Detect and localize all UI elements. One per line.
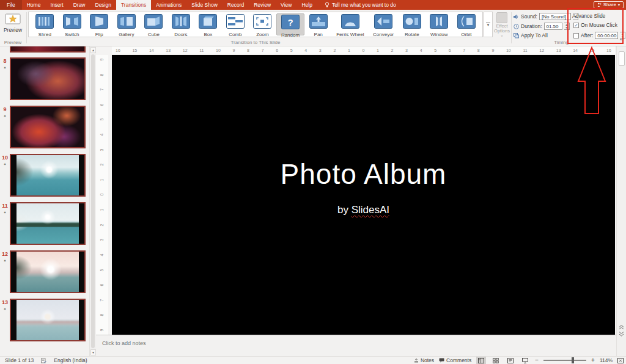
gallery-more-button[interactable]: ▼ — [484, 12, 493, 37]
horizontal-ruler: 1615141312111098765432101234567891011121… — [112, 46, 615, 54]
vertical-scrollbar[interactable] — [616, 46, 626, 356]
menu-tab-view[interactable]: View — [276, 0, 296, 10]
slide-title[interactable]: Photo Album — [112, 158, 615, 191]
normal-view-button[interactable] — [476, 357, 486, 364]
menu-tab-review[interactable]: Review — [249, 0, 276, 10]
transition-doors[interactable]: Doors — [168, 13, 195, 35]
ruler-tick: 13 — [556, 46, 561, 54]
after-option[interactable]: After: 00:00:00 ▴▾ — [573, 32, 625, 39]
slide-thumbnail-13[interactable] — [10, 299, 86, 341]
transition-comb[interactable]: Comb — [222, 13, 249, 35]
menu-tab-draw[interactable]: Draw — [68, 0, 90, 10]
zoom-slider[interactable] — [543, 360, 586, 361]
slide-number: 12 — [0, 251, 10, 257]
sound-select[interactable]: [No Sound] — [539, 13, 571, 20]
slide-subtitle[interactable]: by SlidesAI — [112, 204, 615, 216]
slide-thumbnail-8[interactable] — [10, 57, 86, 100]
reading-view-button[interactable] — [506, 357, 515, 364]
next-slide-icon[interactable] — [619, 332, 624, 337]
effect-options-button[interactable]: Effect Options ˅ — [494, 12, 510, 42]
on-mouse-click-checkbox[interactable]: ✓ — [573, 23, 579, 28]
apply-to-all-button[interactable]: Apply To All — [514, 32, 548, 38]
scroll-up-icon[interactable]: ▲ — [90, 47, 96, 53]
transition-label: Gallery — [119, 32, 134, 37]
duration-input[interactable]: 01.50 — [544, 23, 562, 30]
apply-to-all-icon — [514, 33, 519, 38]
transition-box[interactable]: Box — [194, 13, 222, 35]
transition-star-icon: ✶ — [0, 258, 10, 263]
transition-flip[interactable]: Flip — [86, 13, 113, 35]
slide-thumbnail-11[interactable] — [10, 202, 86, 245]
transition-star-icon: ✶ — [0, 210, 10, 214]
ruler-tick: 4 — [420, 46, 422, 54]
transition-star-icon: ✶ — [0, 65, 10, 70]
transition-switch[interactable]: Switch — [59, 13, 86, 35]
transition-window[interactable]: Window — [425, 13, 453, 35]
zoom-slider-thumb[interactable] — [572, 357, 574, 363]
transition-pan[interactable]: Pan — [304, 13, 332, 35]
menu-tab-home[interactable]: Home — [22, 0, 46, 10]
fit-to-window-icon[interactable] — [617, 358, 624, 363]
comments-toggle-button[interactable]: Comments — [439, 357, 471, 363]
slide-thumbnail-12[interactable] — [10, 250, 86, 293]
flip-transition-icon — [90, 14, 108, 31]
slide-canvas[interactable]: Photo Album by SlidesAI — [112, 55, 615, 335]
menu-tab-insert[interactable]: Insert — [45, 0, 68, 10]
group-separator — [26, 12, 27, 43]
transition-orbit[interactable]: Orbit — [453, 13, 481, 35]
slide-editor: 1615141312111098765432101234567891011121… — [96, 46, 626, 356]
transition-gallery[interactable]: Gallery — [113, 13, 141, 35]
menu-tab-animations[interactable]: Animations — [151, 0, 186, 10]
scroll-down-icon[interactable]: ▼ — [90, 349, 96, 355]
language-indicator[interactable]: English (India) — [54, 357, 87, 363]
after-checkbox[interactable] — [573, 33, 579, 38]
transition-label: Box — [204, 32, 212, 37]
after-time-input[interactable]: 00:00:00 — [595, 32, 618, 39]
slide-sorter-view-button[interactable] — [491, 357, 501, 364]
duration-spinner[interactable]: ▴▾ — [564, 23, 570, 30]
ruler-tick: 4 — [100, 253, 105, 256]
slide-thumbnail-10[interactable] — [10, 154, 86, 197]
slide-thumbnail-9[interactable] — [10, 106, 86, 148]
thumbnail-scrollbar[interactable]: ▲ ▼ — [89, 46, 96, 356]
share-button[interactable]: Share ▾ — [594, 1, 624, 9]
tell-me-box[interactable]: Tell me what you want to do — [325, 0, 396, 10]
thumbnail-scrollbar-thumb[interactable] — [91, 54, 95, 348]
slide-thumbnail-partial[interactable] — [10, 46, 86, 53]
zoom-level[interactable]: 114% — [600, 357, 613, 363]
vertical-scrollbar-thumb[interactable] — [619, 51, 625, 66]
zoom-out-button[interactable]: − — [535, 357, 539, 363]
transition-cube[interactable]: Cube — [140, 13, 168, 35]
notes-placeholder: Click to add notes — [102, 340, 146, 346]
notes-toggle-button[interactable]: Notes — [414, 357, 434, 363]
on-mouse-click-option[interactable]: ✓ On Mouse Click — [573, 22, 617, 28]
transition-rotate[interactable]: Rotate — [399, 13, 426, 35]
collapse-ribbon-icon[interactable]: ⌃ — [619, 38, 623, 44]
slide-show-view-button[interactable] — [520, 357, 530, 364]
preview-button[interactable]: Preview — [3, 12, 23, 38]
transition-conveyor[interactable]: Conveyor — [369, 13, 399, 35]
notes-icon — [414, 358, 419, 363]
transition-shred[interactable]: Shred — [31, 13, 59, 35]
proofing-icon[interactable] — [41, 358, 46, 363]
thumbnail-side: 9✶ — [0, 106, 10, 148]
transition-random[interactable]: ?Random — [276, 13, 305, 35]
thumbnail-side: 8✶ — [0, 57, 10, 100]
transition-ferris-wheel[interactable]: Ferris Wheel — [332, 13, 369, 35]
ruler-tick: 2 — [391, 46, 394, 54]
more-arrow-icon: ▼ — [487, 24, 490, 27]
menu-tab-design[interactable]: Design — [90, 0, 116, 10]
zoom-in-button[interactable]: + — [591, 357, 595, 363]
menu-tab-transitions[interactable]: Transitions — [116, 0, 151, 10]
menu-tab-record[interactable]: Record — [223, 0, 249, 10]
notes-pane[interactable]: Click to add notes — [96, 335, 616, 356]
menu-tab-help[interactable]: Help — [296, 0, 317, 10]
comments-icon — [439, 358, 444, 363]
transition-zoom[interactable]: Zoom — [249, 13, 276, 35]
pan-transition-icon — [309, 14, 328, 31]
previous-slide-icon[interactable] — [619, 325, 624, 330]
ruler-tick: 14 — [573, 46, 578, 54]
ruler-tick: 1 — [100, 209, 105, 211]
menu-tab-file[interactable]: File — [0, 0, 22, 10]
menu-tab-slide-show[interactable]: Slide Show — [186, 0, 223, 10]
